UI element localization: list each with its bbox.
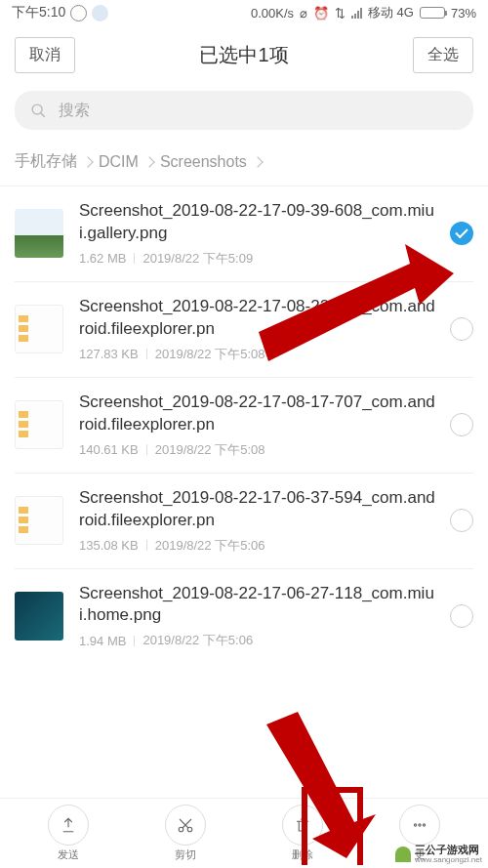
svg-point-0 [32,104,42,114]
file-thumbnail [15,209,63,258]
search-placeholder: 搜索 [59,101,90,121]
action-label: 发送 [58,847,79,862]
breadcrumb[interactable]: 手机存储 DCIM Screenshots [0,151,488,186]
action-label: 剪切 [175,847,196,862]
file-list: Screenshot_2019-08-22-17-09-39-608_com.m… [0,186,488,663]
app-icon [92,5,108,21]
svg-line-1 [41,112,45,116]
select-all-button[interactable]: 全选 [413,37,473,73]
watermark: 三公子游戏网 www.sangongzi.net [395,845,482,864]
breadcrumb-item[interactable]: 手机存储 [15,151,77,172]
file-thumbnail [15,496,63,545]
file-name: Screenshot_2019-08-22-17-08-22-421_com.a… [79,296,440,341]
share-icon [60,816,77,834]
file-date: 2019/8/22 下午5:08 [155,346,265,363]
cut-button[interactable]: 剪切 [165,805,206,862]
status-netspeed: 0.00K/s [251,6,294,21]
watermark-logo-icon [395,847,411,862]
svg-point-7 [419,824,421,826]
file-date: 2019/8/22 下午5:06 [142,632,253,649]
status-time: 下午5:10 [12,4,65,21]
delete-button[interactable]: 删除 [282,805,323,862]
watermark-title: 三公子游戏网 [415,845,482,856]
file-date: 2019/8/22 下午5:06 [155,537,265,555]
status-battery: 73% [451,6,476,21]
file-thumbnail [15,400,63,449]
file-checkbox[interactable] [450,413,473,436]
file-date: 2019/8/22 下午5:08 [155,441,265,459]
alarm-off-icon: ⌀ [300,6,307,21]
more-icon [411,816,428,834]
file-thumbnail [15,592,63,641]
qq-icon [70,5,87,21]
search-icon [30,103,47,119]
chevron-right-icon [143,156,154,167]
breadcrumb-item[interactable]: Screenshots [160,153,247,171]
file-thumbnail [15,305,63,353]
page-title: 已选中1项 [199,42,288,68]
chevron-right-icon [252,156,263,167]
search-input[interactable]: 搜索 [15,91,473,130]
file-name: Screenshot_2019-08-22-17-06-37-594_com.a… [79,487,440,532]
file-item[interactable]: Screenshot_2019-08-22-17-08-22-421_com.a… [15,282,473,377]
file-size: 1.62 MB [79,251,126,266]
svg-point-8 [423,824,425,826]
header: 取消 已选中1项 全选 [0,25,488,91]
file-item[interactable]: Screenshot_2019-08-22-17-06-37-594_com.a… [15,474,473,568]
file-checkbox[interactable] [450,509,473,532]
file-name: Screenshot_2019-08-22-17-08-17-707_com.a… [79,392,440,436]
send-button[interactable]: 发送 [48,805,89,862]
cancel-button[interactable]: 取消 [15,37,75,73]
battery-icon [420,7,445,19]
file-size: 1.94 MB [79,634,126,648]
file-size: 140.61 KB [79,442,139,457]
sync-icon: ⇅ [335,6,346,21]
signal-icon [351,7,362,19]
file-name: Screenshot_2019-08-22-17-06-27-118_com.m… [79,583,440,628]
file-checkbox[interactable] [450,317,473,341]
action-label: 删除 [292,847,313,862]
chevron-right-icon [82,156,93,167]
watermark-url: www.sangongzi.net [415,856,482,864]
file-date: 2019/8/22 下午5:09 [142,250,253,268]
file-item[interactable]: Screenshot_2019-08-22-17-06-27-118_com.m… [15,569,473,664]
alarm-icon: ⏰ [313,6,329,21]
file-name: Screenshot_2019-08-22-17-09-39-608_com.m… [79,200,440,245]
status-carrier: 移动 4G [368,4,414,21]
svg-point-6 [414,824,416,826]
file-checkbox[interactable] [450,222,473,245]
file-item[interactable]: Screenshot_2019-08-22-17-09-39-608_com.m… [15,186,473,281]
file-size: 135.08 KB [79,538,139,553]
breadcrumb-item[interactable]: DCIM [99,153,139,171]
scissors-icon [177,816,194,834]
file-size: 127.83 KB [79,347,139,361]
file-item[interactable]: Screenshot_2019-08-22-17-08-17-707_com.a… [15,378,473,473]
trash-icon [294,816,311,834]
status-bar: 下午5:10 0.00K/s ⌀ ⏰ ⇅ 移动 4G 73% [0,0,488,25]
file-checkbox[interactable] [450,604,473,628]
